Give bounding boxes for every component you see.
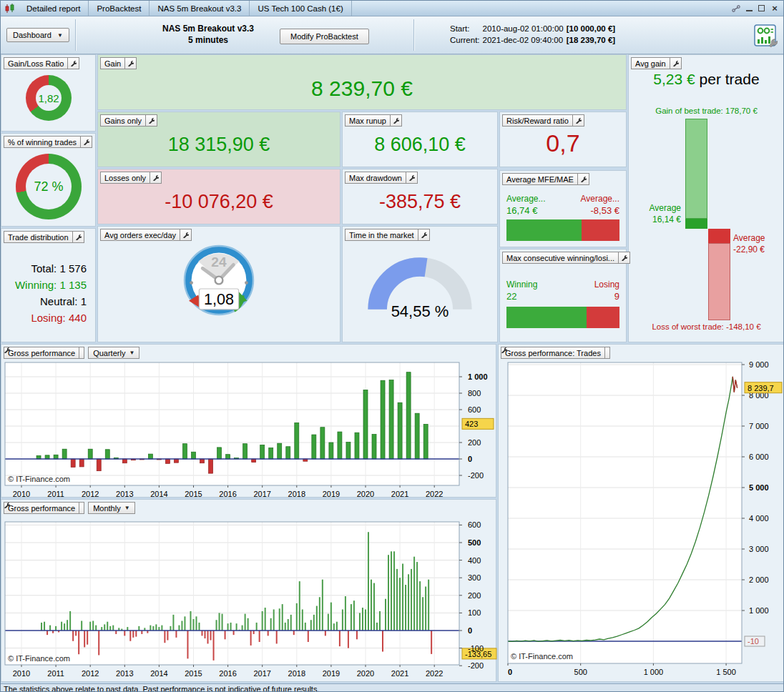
panel-winning-trades: % of winning trades 72 %	[1, 133, 96, 227]
strategy-timeframe: 5 minutes	[144, 34, 273, 46]
wrench-icon[interactable]	[80, 136, 92, 148]
svg-text:2011: 2011	[47, 669, 64, 678]
svg-text:6 000: 6 000	[749, 453, 769, 461]
wrench-icon[interactable]	[79, 347, 84, 359]
svg-text:-200: -200	[468, 471, 484, 480]
close-icon[interactable]: ×	[770, 4, 779, 13]
panel-gain-loss-ratio: Gain/Loss Ratio 1,82	[1, 54, 96, 132]
svg-text:2019: 2019	[323, 669, 340, 678]
time-in-market-value: 54,55 %	[343, 302, 497, 321]
dashboard-dropdown[interactable]: Dashboard ▼	[6, 28, 69, 42]
wrench-icon[interactable]	[390, 114, 402, 127]
period-dropdown-monthly[interactable]: Monthly▼	[88, 502, 134, 514]
clock-24h-icon: 24 1,08	[98, 242, 340, 327]
disclaimer-footer: The statistics above relate to past data…	[1, 683, 784, 692]
wrench-icon[interactable]	[72, 231, 84, 243]
strategy-title: NAS 5m Breakout v3.3 5 minutes	[144, 23, 273, 46]
svg-text:200: 200	[468, 591, 481, 600]
share-connection-icon[interactable]	[732, 4, 740, 13]
svg-text:2012: 2012	[82, 669, 99, 678]
watermark: © IT-Finance.com	[511, 652, 573, 661]
period-dropdown-quarterly[interactable]: Quarterly▼	[88, 347, 139, 359]
svg-text:600: 600	[468, 520, 481, 529]
chevron-down-icon: ▼	[129, 350, 134, 356]
toolbar: Dashboard ▼ NAS 5m Breakout v3.3 5 minut…	[1, 16, 784, 54]
tab-strip: Detailed reportProBacktestNAS 5m Breakou…	[19, 1, 352, 16]
svg-text:2022: 2022	[426, 490, 443, 498]
average-to-worst-bar	[708, 243, 730, 320]
wrench-icon[interactable]	[124, 57, 137, 69]
panel-title: % of winning trades	[4, 136, 81, 148]
svg-text:1,08: 1,08	[204, 290, 234, 308]
consec-winning-value: 22	[506, 291, 516, 302]
mfe-value: 16,74 €	[506, 205, 537, 216]
trade-distribution-list: Total: 1 576Winning: 1 135Neutral: 1Losi…	[1, 260, 87, 326]
panel-max-drawdown: Max drawdown -385,75 €	[342, 169, 498, 224]
panel-title: Risk/Reward ratio	[502, 114, 573, 127]
svg-text:300: 300	[468, 573, 481, 582]
panel-avg-orders: Avg orders exec/day 24 1,08	[97, 226, 340, 342]
x-axis-labels: 05001 0001 500	[508, 663, 736, 676]
svg-text:2019: 2019	[323, 490, 340, 498]
svg-text:2012: 2012	[82, 490, 99, 498]
gain-loss-donut: 1,82	[26, 75, 72, 121]
max-runup-value: 8 606,10 €	[343, 134, 497, 156]
quarterly-bar-chart: -20002004236008001 000201020112012201320…	[1, 345, 497, 498]
y-axis-labels: -200-133,65-1000100200300400500600	[459, 520, 496, 670]
wrench-icon[interactable]	[572, 114, 584, 127]
gain-loss-ratio-value: 1,82	[26, 75, 72, 121]
wrench-icon[interactable]	[79, 502, 84, 514]
wrench-icon[interactable]	[180, 229, 192, 241]
svg-text:2015: 2015	[185, 490, 202, 498]
watermark: © IT-Finance.com	[8, 475, 70, 483]
svg-text:2017: 2017	[253, 669, 270, 678]
svg-text:-200: -200	[468, 661, 484, 670]
svg-text:100: 100	[468, 608, 481, 617]
panel-max-runup: Max runup 8 606,10 €	[342, 112, 498, 167]
y-axis-labels: -20002004236008001 000	[459, 372, 494, 480]
panel-gross-performance-monthly: -200-133,65-1000100200300400500600201020…	[1, 499, 496, 682]
svg-text:2020: 2020	[357, 669, 374, 678]
svg-text:500: 500	[574, 668, 587, 676]
tab-detailed-report[interactable]: Detailed report	[19, 1, 89, 16]
wrench-icon[interactable]	[150, 172, 162, 184]
toolbar-separator	[75, 19, 76, 51]
best-trade-label: Gain of best trade: 178,70 €	[629, 107, 784, 115]
maximize-icon[interactable]	[758, 5, 765, 11]
panel-trade-distribution: Trade distribution Total: 1 576Winning: …	[1, 228, 96, 342]
svg-text:800: 800	[468, 389, 481, 397]
winning-trades-value: 72 %	[16, 154, 82, 219]
panel-avg-mfe-mae: Average MFE/MAE Average... Average... 16…	[499, 170, 627, 247]
wrench-icon[interactable]	[67, 57, 79, 69]
wrench-icon[interactable]	[577, 173, 589, 185]
minimize-icon[interactable]	[746, 6, 753, 11]
wrench-icon[interactable]	[618, 252, 630, 264]
average-win-label: Average16,14 €	[650, 202, 681, 225]
svg-text:2010: 2010	[13, 669, 30, 678]
svg-text:2016: 2016	[219, 490, 236, 498]
tab-nas-5m-breakout-v3-3[interactable]: NAS 5m Breakout v3.3	[150, 1, 250, 16]
svg-text:24: 24	[211, 254, 227, 270]
wrench-icon[interactable]	[418, 229, 430, 241]
start-label: Start:	[450, 23, 483, 34]
panel-title: Avg orders exec/day	[100, 229, 180, 241]
svg-text:400: 400	[468, 556, 481, 565]
candlestick-icon	[1, 1, 19, 16]
wrench-icon[interactable]	[670, 57, 682, 69]
tab-us-tech-100-cash-1-[interactable]: US Tech 100 Cash (1€)	[250, 1, 351, 16]
gains-only-value: 18 315,90 €	[98, 134, 340, 156]
panel-gross-performance-quarterly: -20002004236008001 000201020112012201320…	[1, 344, 496, 498]
wrench-icon[interactable]	[406, 172, 418, 184]
panel-gains-only: Gains only 18 315,90 €	[97, 112, 340, 167]
modify-probacktest-button[interactable]: Modify ProBacktest	[280, 29, 369, 44]
svg-text:2017: 2017	[253, 490, 270, 498]
losses-only-value: -10 076,20 €	[98, 191, 340, 213]
report-settings-icon[interactable]	[753, 24, 778, 49]
wrench-icon[interactable]	[145, 114, 157, 127]
consec-winning-label: Winning	[506, 280, 537, 290]
svg-text:200: 200	[468, 438, 481, 447]
svg-text:1 000: 1 000	[644, 668, 664, 676]
risk-reward-value: 0,7	[500, 129, 626, 157]
tab-probacktest[interactable]: ProBacktest	[89, 1, 150, 16]
wrench-icon[interactable]	[604, 347, 610, 359]
